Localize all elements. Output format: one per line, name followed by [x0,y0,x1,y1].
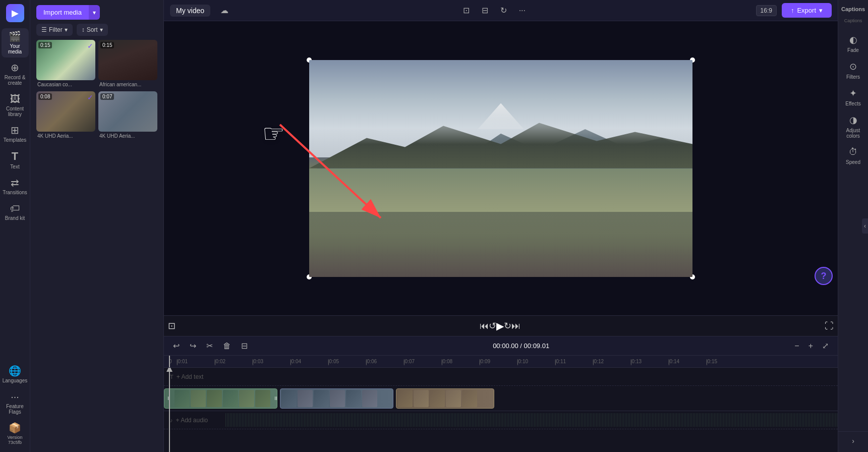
right-sidebar-item-effects[interactable]: ✦ Effects [840,85,867,109]
export-button[interactable]: ↑ Export ▾ [782,3,832,18]
duration-badge-4: 0:07 [100,93,114,100]
export-icon: ↑ [791,7,794,14]
forward-5s-button[interactable]: ↻ [504,320,511,331]
sidebar-item-languages[interactable]: 🌐 Languages [2,363,29,386]
list-item[interactable]: 0:15 ✓ Caucasian co... [36,40,95,88]
media-thumb-1[interactable]: 0:15 ✓ [36,40,95,80]
filmstrip-frame [175,390,190,407]
sidebar-item-text[interactable]: T Text [2,148,29,173]
cut-button[interactable]: ✂ [203,340,216,352]
add-text-track-button[interactable]: T + Add text [164,368,838,386]
filter-icon: ☰ [41,26,47,33]
media-thumb-2[interactable]: 0:15 [98,40,157,80]
ruler-mark-15: |0:15 [706,359,744,364]
skip-forward-button[interactable]: ⏭ [511,321,520,331]
sidebar-item-brand-kit[interactable]: 🏷 Brand kit [2,200,29,224]
crop-tool-button[interactable]: ⊡ [459,4,474,17]
video-clip-2[interactable] [280,388,393,409]
filmstrip-frame [207,390,222,407]
filmstrip-frame [330,390,345,407]
add-audio-track-button[interactable]: ♪ + Add audio [164,411,838,429]
check-icon-3: ✓ [87,93,93,101]
media-label-1: Caucasian co... [36,80,95,88]
zoom-in-button[interactable]: + [805,341,816,352]
right-sidebar-item-filters[interactable]: ⊙ Filters [840,58,867,83]
media-thumb-3[interactable]: 0:08 ✓ [36,91,95,132]
expand-timeline-button[interactable]: ⤢ [819,340,832,352]
filmstrip-frame [281,390,297,407]
flags-icon: ··· [11,391,19,402]
zoom-out-button[interactable]: − [791,341,802,352]
sidebar-item-version[interactable]: 📦 Version73c5fb [2,420,29,448]
ruler-mark-0: 0 [169,359,177,364]
sidebar-label-record: Record & create [4,75,27,86]
version-icon: 📦 [9,423,21,433]
ruler-mark-9: |0:09 [479,359,517,364]
video-track-content: ⏸ ⏸ [164,386,838,411]
library-icon: 🖼 [10,94,20,104]
import-media-button[interactable]: Import media [36,5,89,20]
sidebar-item-templates[interactable]: ⊞ Templates [2,122,29,146]
right-sidebar-item-speed[interactable]: ⏱ Speed [840,144,867,168]
export-chevron: ▾ [819,7,823,14]
audio-track-icon: ♪ [170,417,173,423]
sort-chevron: ▾ [100,26,103,33]
speed-label: Speed [846,159,860,165]
sidebar-item-feature-flags[interactable]: ··· Feature Flags [2,388,29,418]
topbar-tools: ⊡ ⊟ ↻ ··· [459,4,530,17]
right-sidebar-item-fade[interactable]: ◐ Fade [840,31,867,56]
skip-back-button[interactable]: ⏮ [480,321,489,331]
help-button[interactable]: ? [815,267,833,285]
video-clip-1[interactable]: ⏸ ⏸ [164,388,277,409]
filter-label: Filter [49,26,63,33]
collapse-panel-button[interactable]: ‹ [862,218,868,234]
svg-text:☞: ☞ [262,120,285,148]
list-item[interactable]: 0:15 African american... [98,40,157,88]
list-item[interactable]: 0:08 ✓ 4K UHD Aeria... [36,91,95,140]
media-label-2: African american... [98,80,157,88]
text-icon: T [12,151,18,162]
ruler-mark-8: |0:08 [441,359,479,364]
sidebar-item-your-media[interactable]: 🎬 Your media [2,28,29,58]
sort-icon: ↕ [82,26,85,33]
add-text-label: + Add text [177,373,204,380]
timeline-area: ↩ ↪ ✂ 🗑 ⊟ 00:00.00 / 00:09.01 − + ⤢ 0 |0… [164,336,838,452]
more-options-button[interactable]: ··· [515,4,530,17]
adjust-colors-label: Adjust colors [842,128,865,139]
rewind-5s-button[interactable]: ↺ [489,320,496,331]
filter-sort-row: ☰ Filter ▾ ↕ Sort ▾ [30,24,163,40]
filter-button[interactable]: ☰ Filter ▾ [36,24,73,36]
split-button[interactable]: ⊟ [238,340,251,352]
right-sidebar-collapse-button[interactable]: › [849,434,857,448]
timeline-time-display: 00:00.00 / 00:09.01 [493,342,549,350]
filmstrip-frame [239,390,254,407]
import-media-dropdown[interactable]: ▾ [89,5,100,20]
transitions-icon: ⇄ [11,178,19,188]
check-icon-1: ✓ [87,42,93,50]
ruler-mark-11: |0:11 [555,359,593,364]
media-thumb-4[interactable]: 0:07 [98,91,157,132]
sidebar-item-transitions[interactable]: ⇄ Transitions [2,175,29,198]
export-label: Export [797,7,816,14]
list-item[interactable]: 0:07 4K UHD Aeria... [98,91,157,140]
play-pause-button[interactable]: ▶ [496,320,504,332]
delete-button[interactable]: 🗑 [220,340,234,352]
cloud-save-button[interactable]: ☁ [216,4,233,17]
video-clip-3[interactable] [396,388,494,409]
rotate-button[interactable]: ↻ [496,4,511,17]
undo-button[interactable]: ↩ [170,340,183,352]
sidebar-item-record-create[interactable]: ⊕ Record & create [2,60,29,89]
sort-button[interactable]: ↕ Sort ▾ [77,24,108,36]
overlay-button[interactable]: ⊟ [478,4,492,17]
ruler-mark-7: |0:07 [403,359,441,364]
logo-icon: ▶ [12,8,19,19]
app-logo[interactable]: ▶ [6,4,24,22]
crop-overlay-button[interactable]: ⊡ [168,320,176,331]
right-sidebar-item-adjust-colors[interactable]: ◑ Adjust colors [840,111,867,142]
project-name[interactable]: My video [170,5,210,17]
playhead[interactable] [169,368,170,452]
sidebar-item-content-library[interactable]: 🖼 Content library [2,91,29,120]
fullscreen-button[interactable]: ⛶ [825,321,834,331]
redo-button[interactable]: ↪ [187,340,199,352]
ruler-mark-3: |0:03 [252,359,290,364]
